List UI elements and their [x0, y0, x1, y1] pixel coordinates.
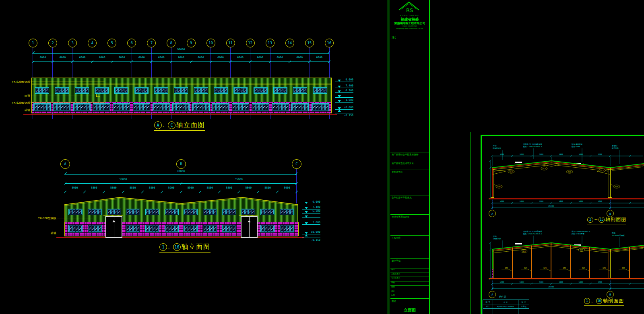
caption-elevation-ac[interactable]: A 、 C 轴立面图 [154, 121, 205, 131]
door[interactable] [241, 216, 258, 238]
window-group[interactable] [68, 225, 83, 232]
signature-cell[interactable] [424, 269, 429, 273]
window-group[interactable] [88, 225, 102, 232]
window-group[interactable] [203, 225, 217, 232]
section-2-15-drawing[interactable]: 59005800 58005800 58005900 59005800 5800… [481, 135, 644, 225]
window-group[interactable] [126, 209, 140, 215]
caption-section-2-15[interactable]: 2 ~ 15 轴剖面图 [587, 216, 626, 224]
grid-bubble[interactable]: 6 [127, 39, 136, 47]
window-group[interactable] [145, 225, 159, 232]
window-group[interactable] [260, 209, 275, 215]
grid-bubble[interactable]: 8 [167, 39, 175, 47]
level-mark[interactable]: 1.000 [335, 99, 353, 103]
company-logo[interactable]: RS [397, 1, 421, 14]
window-group[interactable] [233, 87, 248, 94]
grid-bubble[interactable]: 11 [226, 39, 235, 47]
caption-elevation-116[interactable]: 1 、 16 轴立面图 [159, 243, 211, 252]
signature-cell[interactable] [424, 294, 429, 298]
window-group[interactable] [73, 103, 91, 111]
grid-bubble[interactable]: 12 [246, 39, 255, 47]
door[interactable] [105, 216, 122, 238]
window-group[interactable] [272, 103, 289, 111]
signature-cell[interactable] [424, 273, 429, 277]
window-group[interactable] [145, 209, 159, 215]
window-group[interactable] [313, 87, 327, 94]
grid-bubble[interactable]: 3 [68, 39, 77, 47]
signature-cell[interactable] [410, 294, 424, 298]
grid-bubble[interactable]: B [176, 159, 186, 169]
grid-bubble[interactable]: 7 [147, 39, 156, 47]
level-mark[interactable]: 9.000 [335, 78, 353, 82]
grid-bubble[interactable]: 2 [48, 39, 57, 47]
window-group[interactable] [222, 209, 236, 215]
level-mark[interactable] [335, 94, 353, 98]
window-group[interactable] [107, 209, 121, 215]
window-group[interactable] [174, 87, 188, 94]
wind-columns[interactable] [512, 243, 630, 279]
level-mark[interactable]: ±0.000 [335, 106, 353, 110]
window-group[interactable] [134, 87, 149, 94]
grid-bubble[interactable]: 5 [107, 39, 116, 47]
window-group[interactable] [280, 209, 294, 215]
signature-cell[interactable] [410, 290, 424, 294]
window-group[interactable] [184, 209, 198, 215]
window-group[interactable] [291, 103, 309, 111]
grid-bubble[interactable]: 13 [266, 39, 275, 47]
grid-bubble[interactable]: 10 [206, 39, 215, 47]
window-group[interactable] [93, 103, 110, 111]
window-group[interactable] [214, 87, 228, 94]
window-group[interactable] [312, 103, 329, 111]
window-group[interactable] [88, 209, 102, 215]
grid-bubble[interactable]: 14 [285, 39, 294, 47]
level-mark[interactable] [302, 214, 320, 218]
level-mark[interactable]: 9.000 [302, 200, 320, 204]
window-group[interactable] [252, 103, 269, 111]
window-group[interactable] [114, 87, 128, 94]
grid-bubble[interactable]: 1 [29, 39, 37, 47]
grid-bubble[interactable]: 16 [325, 39, 334, 47]
level-mark[interactable]: -0.150 [335, 113, 353, 117]
dim-bays-top[interactable]: 6000600060006000600060006000600060006000… [33, 55, 329, 62]
signature-cell[interactable] [424, 286, 429, 290]
dim-total-116[interactable]: 70000 [65, 170, 297, 173]
window-group[interactable] [184, 225, 198, 232]
grid-bubble[interactable]: A [60, 159, 70, 169]
window-group[interactable] [232, 103, 249, 111]
window-group[interactable] [222, 225, 236, 232]
window-group[interactable] [194, 87, 208, 94]
signature-cell[interactable] [410, 273, 424, 277]
signature-cell[interactable] [424, 290, 429, 294]
dim-bays-116[interactable]: 5900580058005800580059005900580058005800… [65, 185, 297, 192]
table-row[interactable]: GZ1 H(400~700)×200×6×8 抗风柱 [483, 304, 529, 309]
window-group[interactable] [165, 225, 179, 232]
window-group[interactable] [68, 209, 83, 215]
level-mark[interactable]: -0.150 [302, 238, 320, 242]
level-mark[interactable]: 6.200 [335, 89, 353, 93]
level-mark[interactable]: 6.200 [302, 209, 320, 213]
window-group[interactable] [203, 209, 217, 215]
window-group[interactable] [254, 87, 268, 94]
window-group[interactable] [75, 87, 89, 94]
signature-cell[interactable] [424, 281, 429, 285]
window-group[interactable] [55, 87, 69, 94]
window-group[interactable] [260, 225, 275, 232]
level-mark[interactable]: 3.000 [302, 221, 320, 225]
window-group[interactable] [133, 103, 150, 111]
window-group[interactable] [172, 103, 190, 111]
window-group[interactable] [293, 87, 307, 94]
caption-section-1-16[interactable]: 1 、 16 轴剖面图 [584, 298, 624, 306]
dim-halves-116[interactable]: 3500035000 [65, 177, 297, 184]
grid-bubble[interactable]: C [292, 159, 301, 169]
level-mark[interactable]: ±0.000 [302, 230, 320, 234]
window-group[interactable] [280, 225, 294, 232]
table-row[interactable] [483, 309, 529, 314]
signature-table[interactable]: 审定 工程负责人 专业负责人 审核 [390, 269, 429, 299]
grid-bubble[interactable]: 15 [305, 39, 314, 47]
window-group[interactable] [35, 87, 49, 94]
signature-cell[interactable] [424, 277, 429, 281]
signature-cell[interactable] [410, 281, 424, 285]
window-group[interactable] [95, 87, 109, 94]
signature-cell[interactable] [410, 286, 424, 290]
window-group[interactable] [165, 209, 179, 215]
window-group[interactable] [241, 209, 255, 215]
